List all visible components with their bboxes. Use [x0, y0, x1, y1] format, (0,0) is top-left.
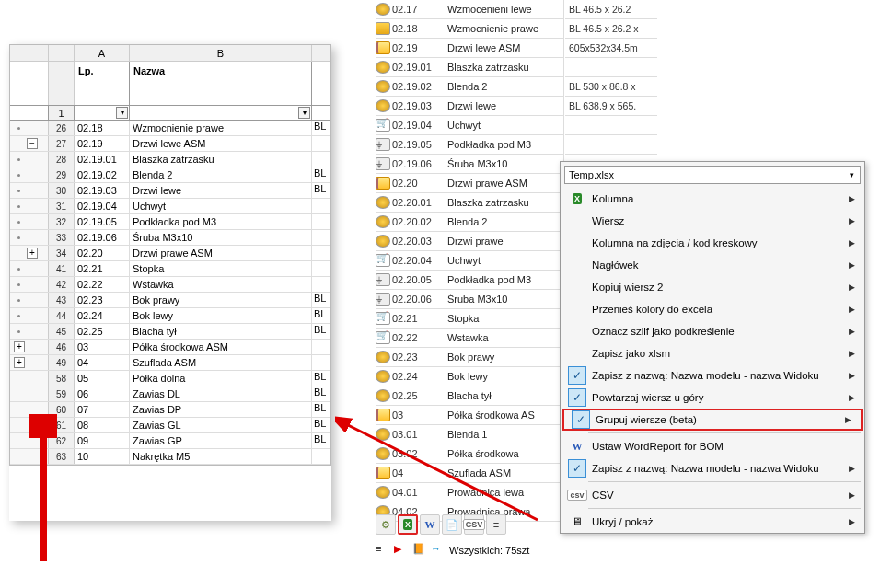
excel-row[interactable]: 5805Półka dolnaBL [10, 371, 330, 386]
csv-button[interactable]: CSV [464, 514, 484, 535]
bom-row[interactable]: 02.19.05Podkładka pod M3 [376, 135, 563, 155]
bom-row[interactable]: 02.20Drzwi prawe ASM [376, 174, 563, 193]
excel-row[interactable]: −2702.19Drzwi lewe ASM [10, 136, 330, 152]
menu-item[interactable]: XKolumna▶ [561, 188, 864, 210]
bom-row[interactable]: 02.20.01Blaszka zatrzasku [376, 193, 563, 213]
cell-extra[interactable] [312, 449, 330, 464]
cell-nazwa[interactable]: Drzwi lewe ASM [130, 136, 312, 151]
excel-row[interactable]: 3202.19.05Podkładka pod M3 [10, 214, 330, 230]
cell-nazwa[interactable]: Półka dolna [130, 371, 312, 386]
cell-extra[interactable]: BL [312, 402, 330, 417]
cell-extra[interactable] [312, 230, 330, 245]
cell-lp[interactable]: 02.21 [75, 261, 130, 276]
cell-extra[interactable]: BL [312, 121, 330, 135]
cell-nazwa[interactable]: Podkładka pod M3 [130, 214, 312, 229]
cell-nazwa[interactable]: Szuflada ASM [130, 355, 312, 370]
word-export-button[interactable]: W [420, 514, 440, 535]
settings-button[interactable] [376, 514, 396, 535]
bom-row[interactable]: 02.19.01Blaszka zatrzasku [376, 58, 563, 77]
excel-row[interactable]: 4402.24Bok lewyBL [10, 308, 330, 324]
row-number[interactable]: 26 [49, 121, 75, 135]
row-number[interactable]: 49 [49, 355, 75, 370]
cell-lp[interactable]: 02.19.02 [75, 167, 130, 182]
outline-expand-btn[interactable]: + [27, 248, 38, 259]
menu-item[interactable]: Nagłówek▶ [561, 254, 864, 276]
row-number[interactable]: 62 [49, 433, 75, 448]
excel-row[interactable]: 4502.25Blacha tyłBL [10, 324, 330, 340]
bom-row[interactable]: 02.17Wzmocenieni lewe [376, 0, 563, 19]
menu-item[interactable]: csvCSV▶ [561, 484, 864, 506]
bom-row[interactable]: 03Półka środkowa AS [376, 406, 563, 425]
row-number[interactable]: 43 [49, 293, 75, 307]
cell-extra[interactable]: BL [312, 293, 330, 307]
cell-lp[interactable]: 10 [75, 449, 130, 464]
row-number[interactable]: 30 [49, 183, 75, 198]
cell-extra[interactable]: BL [312, 386, 330, 401]
menu-item[interactable]: Ukryj / pokaż▶ [561, 511, 864, 533]
cell-lp[interactable]: 07 [75, 402, 130, 417]
row-number[interactable]: 58 [49, 371, 75, 386]
menu-item[interactable]: Kopiuj wiersz 2▶ [561, 276, 864, 298]
cell-extra[interactable]: BL [312, 308, 330, 323]
cell-extra[interactable] [312, 246, 330, 260]
filter-btn-b[interactable]: ▾ [298, 107, 310, 119]
cell-lp[interactable]: 06 [75, 386, 130, 401]
excel-row[interactable]: 6007Zawias DPBL [10, 402, 330, 418]
cell-lp[interactable]: 02.20 [75, 246, 130, 260]
cell-extra[interactable]: BL [312, 433, 330, 448]
cell-extra[interactable]: BL [312, 183, 330, 198]
outline-expand-btn[interactable]: + [14, 341, 25, 352]
bom-row[interactable]: 03.02Półka środkowa [376, 444, 563, 464]
bom-row[interactable]: 02.20.03Drzwi prawe [376, 232, 563, 251]
filter-btn-a[interactable]: ▾ [116, 107, 128, 119]
cell-lp[interactable]: 09 [75, 433, 130, 448]
cell-lp[interactable]: 05 [75, 371, 130, 386]
cell-nazwa[interactable]: Nakrętka M5 [130, 449, 312, 464]
cell-extra[interactable]: BL [312, 324, 330, 339]
excel-row[interactable]: 2802.19.01Blaszka zatrzasku [10, 152, 330, 167]
cell-nazwa[interactable]: Zawias DL [130, 386, 312, 401]
cell-lp[interactable]: 02.18 [75, 121, 130, 135]
bom-row[interactable]: 04Szuflada ASM [376, 464, 563, 483]
excel-row[interactable]: 6209Zawias GPBL [10, 433, 330, 449]
outline-expand-btn[interactable]: + [14, 357, 25, 368]
menu-item[interactable]: WUstaw WordReport for BOM [561, 435, 864, 457]
row-number[interactable]: 44 [49, 308, 75, 323]
cell-extra[interactable] [312, 340, 330, 354]
cell-lp[interactable]: 02.19 [75, 136, 130, 151]
menu-item[interactable]: Oznacz szlif jako podkreślenie▶ [561, 320, 864, 342]
cell-nazwa[interactable]: Blacha tył [130, 324, 312, 339]
cell-extra[interactable] [312, 199, 330, 213]
cell-nazwa[interactable]: Półka środkowa ASM [130, 340, 312, 354]
cell-extra[interactable] [312, 277, 330, 292]
bom-row[interactable]: 02.20.05Podkładka pod M3 [376, 271, 563, 290]
cell-nazwa[interactable]: Blenda 2 [130, 167, 312, 182]
bom-row[interactable]: 04.01Prowadnica lewa [376, 483, 563, 502]
cell-lp[interactable]: 02.24 [75, 308, 130, 323]
excel-export-button[interactable]: X [398, 514, 418, 535]
menu-item[interactable]: ✓Powtarzaj wiersz u góry▶ [561, 386, 864, 409]
cell-nazwa[interactable]: Drzwi prawe ASM [130, 246, 312, 260]
row-number[interactable]: 31 [49, 199, 75, 213]
bom-row[interactable]: 02.25Blacha tył [376, 386, 563, 406]
row-number[interactable]: 45 [49, 324, 75, 339]
cell-lp[interactable]: 02.23 [75, 293, 130, 307]
menu-item[interactable]: Wiersz▶ [561, 210, 864, 232]
menu-file-selector[interactable]: Temp.xlsx ▾ [564, 166, 861, 184]
cell-extra[interactable] [312, 214, 330, 229]
cell-nazwa[interactable]: Zawias GP [130, 433, 312, 448]
row-number[interactable]: 46 [49, 340, 75, 354]
row-number[interactable]: 33 [49, 230, 75, 245]
row-number[interactable]: 34 [49, 246, 75, 260]
cell-nazwa[interactable]: Stopka [130, 261, 312, 276]
youtube-icon[interactable]: ▶ [394, 543, 409, 558]
bom-row[interactable]: 02.20.04Uchwyt [376, 251, 563, 271]
row-number[interactable]: 27 [49, 136, 75, 151]
menu-item[interactable]: Zapisz jako xlsm▶ [561, 342, 864, 364]
excel-row[interactable]: 5906Zawias DLBL [10, 386, 330, 402]
cell-lp[interactable]: 02.22 [75, 277, 130, 292]
bom-row[interactable]: 02.21Stopka [376, 309, 563, 329]
row-number[interactable]: 61 [49, 418, 75, 432]
doc-button[interactable] [442, 514, 462, 535]
cell-nazwa[interactable]: Wzmocnienie prawe [130, 121, 312, 135]
